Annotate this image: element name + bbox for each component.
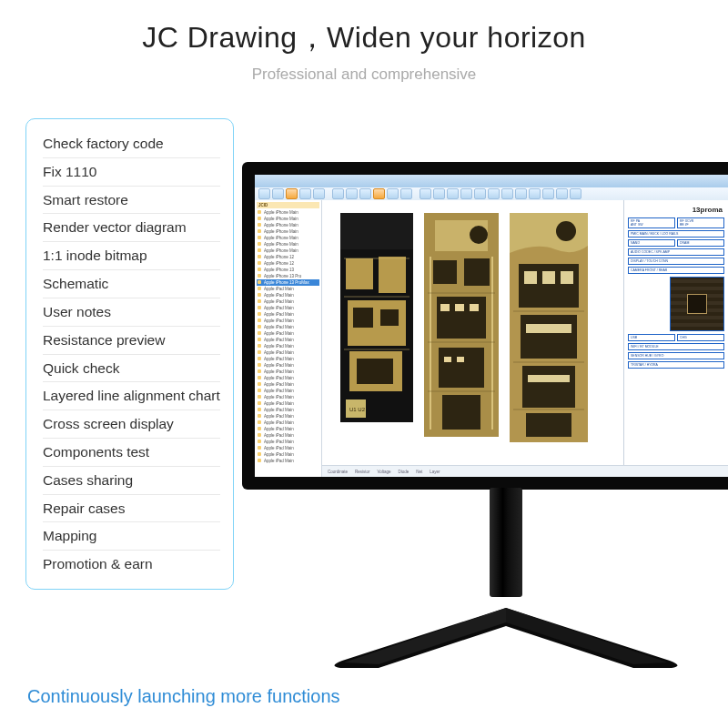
svg-rect-20: [439, 348, 484, 388]
pcb-board: [510, 213, 588, 442]
tree-item[interactable]: Apple iPhone Main: [257, 235, 319, 241]
svg-rect-17: [433, 260, 457, 284]
tree-item[interactable]: Apple iPad Main: [257, 298, 319, 305]
toolbar-button[interactable]: [332, 188, 344, 199]
svg-rect-36: [522, 366, 575, 408]
feature-item: Render vector diagram: [43, 214, 220, 242]
monitor-stand-base: [324, 590, 688, 672]
tree-item[interactable]: Apple iPad Main: [257, 337, 319, 343]
tree-item[interactable]: Apple iPad Main: [257, 318, 319, 324]
tree-item[interactable]: Apple iPhone 13 Pro: [257, 273, 319, 279]
svg-rect-22: [430, 257, 431, 430]
svg-rect-39: [542, 271, 555, 284]
toolbar-button[interactable]: [400, 188, 412, 199]
toolbar-button[interactable]: [313, 188, 325, 199]
tree-item[interactable]: Apple iPad Main: [257, 400, 319, 407]
svg-rect-1: [340, 213, 413, 249]
tree-item[interactable]: Apple iPad Main: [257, 286, 319, 292]
tree-item[interactable]: Apple iPhone Main: [257, 209, 319, 216]
svg-rect-38: [524, 271, 537, 284]
tree-item[interactable]: Apple iPad Main: [257, 311, 319, 318]
tree-item[interactable]: Apple iPad Main: [257, 439, 319, 445]
svg-rect-35: [521, 315, 577, 359]
svg-rect-23: [491, 257, 493, 430]
toolbar-button[interactable]: [286, 188, 298, 199]
tree-item[interactable]: Apple iPhone Main: [257, 222, 319, 228]
tree-item[interactable]: Apple iPhone Main: [257, 248, 319, 254]
tree-item[interactable]: Apple iPad Main: [257, 451, 319, 458]
tree-item[interactable]: Apple iPad Main: [257, 420, 319, 426]
toolbar-button[interactable]: [272, 188, 284, 199]
status-item: Diode: [399, 470, 410, 474]
tree-item[interactable]: Apple iPad Main: [257, 349, 319, 356]
schematic-pane[interactable]: 13proma RF PAANT SW RF XCVRBB I/F PMIC M…: [623, 200, 728, 466]
schematic-block: RF XCVRBB I/F: [677, 217, 724, 228]
page-title: JC Drawing，Widen your horizon: [0, 18, 728, 58]
tree-item[interactable]: Apple iPad Main: [257, 330, 319, 337]
status-bar: CoordinateResistorVoltageDiodeNetLayer: [322, 465, 728, 477]
tree-item[interactable]: Apple iPhone 12: [257, 260, 319, 267]
tree-item[interactable]: Apple iPad Main: [257, 324, 319, 330]
svg-rect-11: [353, 308, 373, 328]
feature-item: User notes: [43, 298, 220, 327]
toolbar-button[interactable]: [529, 188, 541, 199]
toolbar-button[interactable]: [346, 188, 358, 199]
toolbar-button[interactable]: [542, 188, 554, 199]
tree-item[interactable]: Apple iPad Main: [257, 432, 319, 439]
toolbar-button[interactable]: [488, 188, 500, 199]
tree-item[interactable]: Apple iPad Main: [257, 413, 319, 420]
toolbar-button[interactable]: [556, 188, 568, 199]
toolbar-button[interactable]: [387, 188, 399, 199]
svg-rect-19: [437, 297, 486, 339]
model-tree[interactable]: JCID Apple iPhone MainApple iPhone MainA…: [255, 200, 322, 477]
tree-item[interactable]: Apple iPhone Main: [257, 241, 319, 248]
tree-item[interactable]: Apple iPhone Main: [257, 216, 319, 222]
feature-item: Fix 1110: [43, 158, 220, 187]
toolbar-button[interactable]: [299, 188, 311, 199]
toolbar-button[interactable]: [515, 188, 527, 199]
tree-item[interactable]: Apple iPad Main: [257, 369, 319, 375]
svg-rect-28: [455, 304, 464, 311]
toolbar-button[interactable]: [433, 188, 445, 199]
schematic-block: NAND: [628, 239, 675, 247]
feature-item: Repair cases: [43, 495, 220, 523]
tree-item[interactable]: Apple iPhone 13 ProMax: [257, 279, 319, 286]
svg-rect-27: [440, 304, 450, 311]
tree-item[interactable]: Apple iPad Main: [257, 426, 319, 432]
tree-item[interactable]: Apple iPhone 12: [257, 254, 319, 260]
svg-point-33: [556, 221, 576, 241]
toolbar-button[interactable]: [501, 188, 513, 199]
tree-item[interactable]: Apple iPad Main: [257, 292, 319, 298]
feature-item: 1:1 inode bitmap: [43, 242, 220, 270]
toolbar-button[interactable]: [447, 188, 459, 199]
feature-item: Resistance preview: [43, 327, 220, 355]
tree-item[interactable]: Apple iPad Main: [257, 381, 319, 388]
feature-item: Promotion & earn: [43, 551, 220, 578]
monitor-stand-neck: [490, 488, 522, 597]
tree-item[interactable]: Apple iPhone Main: [257, 228, 319, 235]
toolbar-button[interactable]: [570, 188, 581, 199]
toolbar-button[interactable]: [460, 188, 472, 199]
svg-rect-37: [526, 413, 571, 437]
schematic-block: AUDIO CODEC / SPK AMP: [628, 248, 724, 256]
tree-item[interactable]: Apple iPad Main: [257, 305, 319, 311]
tree-item[interactable]: Apple iPad Main: [257, 407, 319, 413]
tree-item[interactable]: Apple iPad Main: [257, 388, 319, 394]
toolbar-button[interactable]: [373, 188, 385, 199]
status-item: Net: [416, 470, 422, 474]
tree-item[interactable]: Apple iPad Main: [257, 445, 319, 451]
schematic-title: 13proma: [628, 206, 724, 214]
tree-item[interactable]: Apple iPad Main: [257, 356, 319, 362]
tree-item[interactable]: Apple iPad Main: [257, 458, 319, 464]
feature-item: Cases sharing: [43, 467, 220, 495]
tree-item[interactable]: Apple iPad Main: [257, 394, 319, 400]
tree-item[interactable]: Apple iPad Main: [257, 375, 319, 381]
toolbar-button[interactable]: [258, 188, 270, 199]
tree-item[interactable]: Apple iPhone 13: [257, 267, 319, 273]
tree-item[interactable]: Apple iPad Main: [257, 343, 319, 349]
tree-item[interactable]: Apple iPad Main: [257, 362, 319, 369]
toolbar-button[interactable]: [474, 188, 486, 199]
schematic-block: TRISTAR / HYDRA: [628, 361, 724, 369]
toolbar-button[interactable]: [420, 188, 431, 199]
toolbar-button[interactable]: [359, 188, 371, 199]
